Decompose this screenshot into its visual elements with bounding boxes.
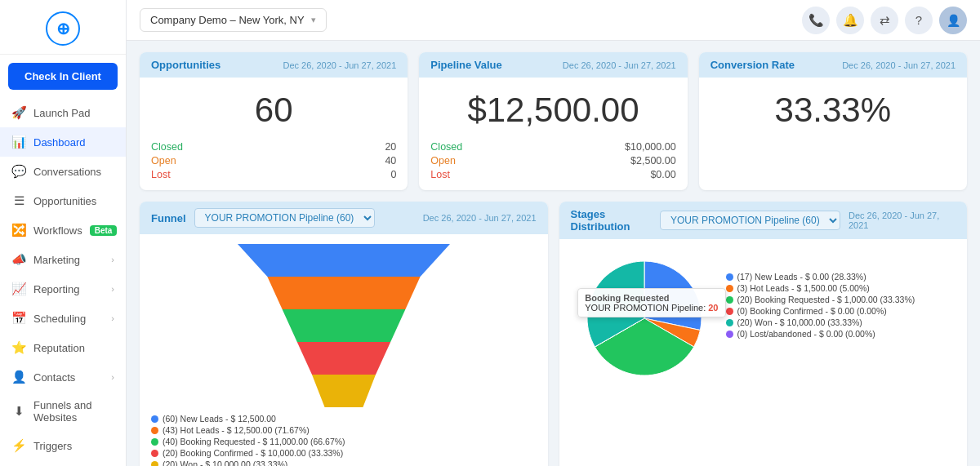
metric-card-conversion-rate: Conversion Rate Dec 26, 2020 - Jun 27, 2… [699,52,967,190]
metric-value: $0.00 [650,169,675,180]
sidebar-item-contacts[interactable]: 👤 Contacts › [0,362,126,392]
sidebar-item-funnels[interactable]: ⬇ Funnels and Websites [0,392,126,431]
metric-card-pipeline-value: Pipeline Value Dec 26, 2020 - Jun 27, 20… [419,52,687,190]
legend-dot [151,415,158,423]
chevron-icon: › [111,313,114,323]
chevron-icon: › [111,372,114,382]
legend-text: (3) Hot Leads - $ 1,500.00 (5.00%) [737,283,870,293]
metric-row: Open 40 [151,155,396,166]
legend-text: (20) Booking Requested - $ 1,000.00 (33.… [737,295,915,304]
workflows-icon: 🔀 [11,223,26,237]
sidebar-item-label: Contacts [33,371,104,384]
legend-text: (0) Lost/abandoned - $ 0.00 (0.00%) [737,329,875,339]
main-content: Company Demo – New York, NY ▾ 📞 🔔 ⇄ ? 👤 … [127,0,980,466]
company-name: Company Demo – New York, NY [150,14,305,26]
sidebar-item-launch-pad[interactable]: 🚀 Launch Pad [0,98,126,127]
conversations-icon: 💬 [11,164,26,179]
sidebar-item-marketing[interactable]: 📣 Marketing › [0,245,126,274]
legend-dot [726,319,733,326]
legend-row: (17) New Leads - $ 0.00 (28.33%) [726,272,956,282]
funnel-panel-header: Funnel YOUR PROMOTION Pipeline (60) Dec … [140,202,548,234]
legend-dot [726,273,733,281]
sidebar-nav: 🚀 Launch Pad 📊 Dashboard 💬 Conversations… [0,95,126,466]
tooltip-label: Booking Requested [585,293,718,303]
stages-pipeline-select[interactable]: YOUR PROMOTION Pipeline (60) [660,211,840,230]
metric-row: Open $2,500.00 [430,155,675,166]
metric-breakdown: Closed 20 Open 40 Lost 0 [151,141,396,180]
metric-value: 40 [385,155,396,166]
metric-card-body: $12,500.00 Closed $10,000.00 Open $2,500… [419,78,687,190]
opportunities-icon: ☰ [11,193,26,208]
legend-dot [151,461,158,467]
sidebar-item-opportunities[interactable]: ☰ Opportunities [0,186,126,215]
funnel-legend: (60) New Leads - $ 12,500.00 (43) Hot Le… [151,414,537,466]
legend-row: (40) Booking Requested - $ 11,000.00 (66… [151,437,537,446]
chevron-down-icon: ▾ [311,15,316,25]
sidebar-item-label: Conversations [33,166,114,178]
sidebar-item-label: Dashboard [33,136,114,149]
legend-row: (20) Booking Requested - $ 1,000.00 (33.… [726,295,956,304]
metric-card-header: Conversion Rate Dec 26, 2020 - Jun 27, 2… [699,52,967,78]
legend-row: (0) Lost/abandoned - $ 0.00 (0.00%) [726,329,956,339]
metric-row: Lost 0 [151,169,396,180]
metric-big-number: 33.33% [710,91,956,130]
sidebar-item-scheduling[interactable]: 📅 Scheduling › [0,304,126,333]
funnel-segment [297,342,390,375]
bell-icon-button[interactable]: 🔔 [836,7,864,34]
sidebar-item-label: Workflows [33,224,82,237]
sidebar-item-reporting[interactable]: 📈 Reporting › [0,274,126,304]
funnels-icon: ⬇ [11,404,26,419]
company-selector[interactable]: Company Demo – New York, NY ▾ [140,8,327,32]
sidebar: ⊕ Check In Client 🚀 Launch Pad 📊 Dashboa… [0,0,127,466]
avatar-button[interactable]: 👤 [939,7,967,34]
legend-text: (60) New Leads - $ 12,500.00 [163,414,276,424]
sidebar-item-workflows[interactable]: 🔀 Workflows Beta [0,215,126,245]
funnel-panel-title: Funnel [151,212,186,224]
scheduling-icon: 📅 [11,311,26,326]
sidebar-item-reputation[interactable]: ⭐ Reputation [0,333,126,362]
metric-card-header: Pipeline Value Dec 26, 2020 - Jun 27, 20… [419,52,687,78]
panels-row: Funnel YOUR PROMOTION Pipeline (60) Dec … [140,202,967,466]
metric-card-date: Dec 26, 2020 - Jun 27, 2021 [283,60,397,70]
sidebar-item-label: Triggers [33,440,114,452]
sidebar-item-triggers[interactable]: ⚡ Triggers [0,431,126,460]
legend-row: (0) Booking Confirmed - $ 0.00 (0.00%) [726,306,956,316]
topbar-actions: 📞 🔔 ⇄ ? 👤 [802,7,967,34]
metric-big-number: 60 [151,91,396,130]
funnel-pipeline-select[interactable]: YOUR PROMOTION Pipeline (60) [194,208,375,228]
sidebar-item-label: Reputation [33,342,114,354]
metric-value: $10,000.00 [625,141,676,153]
metric-label-open: Open [430,155,456,166]
stages-panel-header: Stages Distribution YOUR PROMOTION Pipel… [559,202,968,239]
tooltip-pipeline: YOUR PROMOTION Pipeline: 20 [585,303,718,313]
legend-row: (20) Won - $ 10,000.00 (33.33%) [151,459,537,466]
funnel-segment [312,375,376,407]
sidebar-item-label: Opportunities [33,195,114,207]
contacts-icon: 👤 [11,370,26,384]
legend-dot [151,450,158,457]
funnel-date-range: Dec 26, 2020 - Jun 27, 2021 [423,213,537,223]
legend-text: (20) Booking Confirmed - $ 10,000.00 (33… [163,448,343,458]
sidebar-item-online-listings[interactable]: 🌐 Online Listings [0,460,126,466]
metric-breakdown: Closed $10,000.00 Open $2,500.00 Lost $0… [430,141,675,180]
metric-card-body: 60 Closed 20 Open 40 Lost 0 [140,78,408,190]
legend-dot [151,427,158,434]
metric-card-title: Conversion Rate [710,59,795,71]
pie-chart [571,249,718,388]
beta-badge: Beta [90,225,118,236]
logo-icon: ⊕ [46,11,80,46]
sidebar-item-dashboard[interactable]: 📊 Dashboard [0,127,126,157]
stages-legend: (17) New Leads - $ 0.00 (28.33%) (3) Hot… [726,255,956,340]
sidebar-item-conversations[interactable]: 💬 Conversations [0,157,126,186]
metric-card-header: Opportunities Dec 26, 2020 - Jun 27, 202… [140,52,408,78]
metric-label-open: Open [151,155,176,166]
phone-icon-button[interactable]: 📞 [802,7,830,34]
legend-text: (0) Booking Confirmed - $ 0.00 (0.00%) [737,306,887,316]
metric-label-lost: Lost [151,169,171,180]
legend-text: (43) Hot Leads - $ 12,500.00 (71.67%) [163,425,310,435]
checkin-button[interactable]: Check In Client [8,63,118,90]
panel-header-left: Stages Distribution YOUR PROMOTION Pipel… [571,208,840,233]
metric-card-title: Opportunities [151,59,220,71]
transfer-icon-button[interactable]: ⇄ [871,7,898,34]
help-icon-button[interactable]: ? [905,7,933,34]
